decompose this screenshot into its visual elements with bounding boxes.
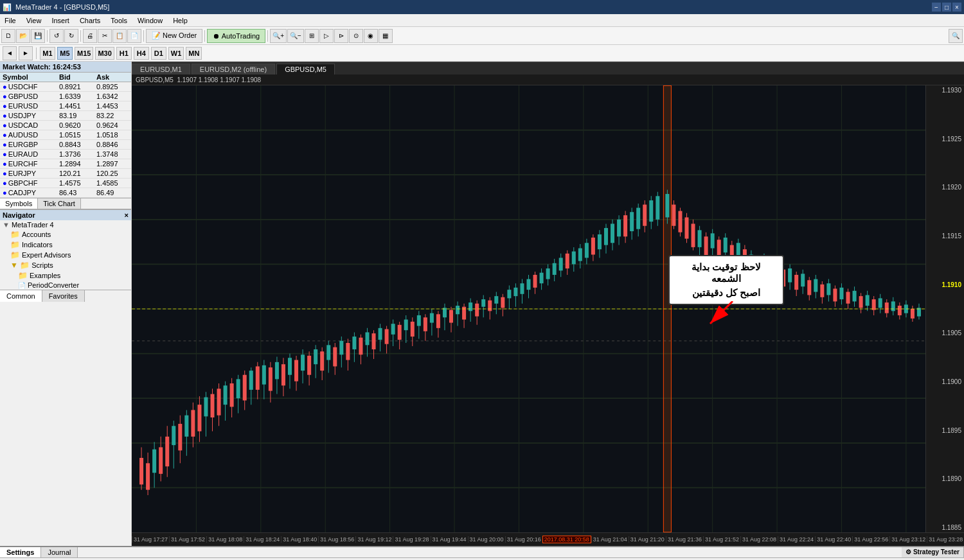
market-watch-row[interactable]: ●CADJPY 86.43 86.49 [0, 188, 131, 198]
chart-tab-eurusdm2[interactable]: EURUSD,M2 (offline) [192, 64, 275, 74]
market-watch-row[interactable]: ●USDCAD 0.9620 0.9624 [0, 121, 131, 130]
chart-area[interactable]: GBPUSD,M5 1.1907 1.1908 1.1907 1.1908 [132, 74, 964, 546]
tb-undo-btn[interactable]: ↺ [49, 29, 64, 43]
svg-rect-224 [788, 268, 792, 283]
nav-metatrader4[interactable]: ▼ MetaTrader 4 [0, 220, 131, 229]
market-watch-row[interactable]: ●GBPCHF 1.4575 1.4585 [0, 179, 131, 188]
price-1890: 1.1890 [926, 475, 964, 482]
tb-search-btn[interactable]: 🔍 [949, 29, 963, 43]
svg-rect-137 [507, 290, 511, 298]
nav-indicators[interactable]: 📁 Indicators [0, 240, 131, 250]
market-watch-row[interactable]: ●EURUSD 1.4451 1.4453 [0, 101, 131, 111]
annotation-box: لاحظ توقيت بداية الشمعه اصبح كل دقيقتين [668, 255, 784, 305]
market-watch-row[interactable]: ●USDJPY 83.19 83.22 [0, 111, 131, 121]
nav-scripts[interactable]: ▼ 📁 Scripts [0, 260, 131, 270]
time-2256: 31 Aug 22:56 [852, 536, 889, 543]
tb-save-btn[interactable]: 💾 [31, 29, 45, 43]
period-m1[interactable]: M1 [40, 47, 55, 60]
chart-tab-eurusdm1[interactable]: EURUSD,M1 [132, 64, 190, 74]
navigator-close[interactable]: × [125, 211, 129, 219]
tb-candle-btn[interactable]: ⊳ [334, 29, 348, 43]
mw-symbol: ●AUDUSD [0, 130, 57, 140]
tb-zoomin-btn[interactable]: 🔍+ [270, 29, 287, 43]
price-1885: 1.1885 [926, 524, 964, 531]
tb-new-btn[interactable]: 🗋 [1, 29, 15, 43]
mw-dot: ● [3, 92, 7, 100]
nav-tab-common[interactable]: Common [0, 290, 42, 302]
chart-tab-gbpusdm5[interactable]: GBPUSD,M5 [276, 64, 335, 74]
close-btn[interactable]: × [952, 3, 961, 12]
st-tab-settings[interactable]: Settings [0, 547, 41, 557]
maximize-btn[interactable]: □ [942, 3, 951, 12]
tb-chart-btn[interactable]: ⊞ [305, 29, 319, 43]
market-watch-row[interactable]: ●EURCHF 1.2894 1.2897 [0, 159, 131, 169]
menu-help[interactable]: Help [171, 17, 190, 24]
tb-paste-btn[interactable]: 📄 [127, 29, 141, 43]
tb-bar-btn[interactable]: ▷ [319, 29, 334, 43]
title-bar-controls[interactable]: − □ × [932, 3, 961, 12]
mw-dot: ● [3, 170, 7, 177]
tb-line-btn[interactable]: ⊙ [349, 29, 363, 43]
nav-periodconverter[interactable]: 📄 PeriodConverter [0, 281, 131, 290]
tb-open-btn[interactable]: 📂 [16, 29, 30, 43]
mw-tab-symbols[interactable]: Symbols [0, 198, 38, 209]
nav-examples[interactable]: 📁 Examples [0, 270, 131, 281]
market-watch-row[interactable]: ●EURAUD 1.3736 1.3748 [0, 150, 131, 159]
menu-tools[interactable]: Tools [109, 17, 129, 24]
market-watch-row[interactable]: ●USDCHF 0.8921 0.8925 [0, 82, 131, 92]
tb-redo-btn[interactable]: ↻ [64, 29, 78, 43]
market-watch-row[interactable]: ●GBPUSD 1.6339 1.6342 [0, 92, 131, 101]
svg-rect-192 [684, 217, 688, 238]
tb-copy-btn[interactable]: 📋 [112, 29, 127, 43]
period-mn[interactable]: MN [186, 47, 202, 60]
menu-window[interactable]: Window [136, 17, 165, 24]
mw-symbol: ●CADJPY [0, 188, 57, 198]
time-1727: 31 Aug 17:27 [132, 536, 169, 543]
mw-tab-tickchart[interactable]: Tick Chart [38, 198, 81, 209]
menu-charts[interactable]: Charts [78, 17, 102, 24]
period-h4[interactable]: H4 [134, 47, 149, 60]
menu-view[interactable]: View [24, 17, 44, 24]
tb-grid-btn[interactable]: ▦ [379, 29, 393, 43]
nav-expert-advisors[interactable]: 📁 Expert Advisors [0, 250, 131, 260]
period-w1[interactable]: W1 [168, 47, 184, 60]
market-watch-row[interactable]: ●EURGBP 0.8843 0.8846 [0, 140, 131, 150]
strategy-tester-tabs: Settings Journal ⚙ Strategy Tester [0, 547, 964, 558]
navigator-tabs: Common Favorites [0, 290, 131, 302]
time-scale: 31 Aug 17:27 31 Aug 17:52 31 Aug 18:08 3… [132, 532, 964, 545]
svg-rect-177 [636, 208, 640, 229]
menu-file[interactable]: File [3, 17, 18, 24]
svg-rect-242 [846, 292, 850, 303]
svg-rect-157 [572, 252, 576, 265]
tb-zoomout-btn[interactable]: 🔍− [287, 29, 304, 43]
st-tab-journal[interactable]: Journal [41, 547, 78, 557]
svg-rect-167 [604, 228, 608, 245]
svg-rect-155 [566, 254, 569, 268]
menu-insert[interactable]: Insert [49, 17, 71, 24]
mw-ask: 1.6342 [94, 92, 131, 101]
svg-rect-109 [417, 315, 421, 326]
market-watch-row[interactable]: ●EURJPY 120.21 120.25 [0, 169, 131, 179]
market-watch-row[interactable]: ●AUDUSD 1.0515 1.0518 [0, 130, 131, 140]
nav-tab-favorites[interactable]: Favorites [42, 290, 85, 302]
new-order-btn[interactable]: 📝 New Order [146, 29, 202, 43]
tb-cut-btn[interactable]: ✂ [98, 29, 112, 43]
period-m30[interactable]: M30 [95, 47, 114, 60]
nav-accounts[interactable]: 📁 Accounts [0, 229, 131, 240]
svg-rect-173 [623, 215, 627, 236]
tb-props-btn[interactable]: ◉ [364, 29, 378, 43]
svg-rect-43 [204, 398, 208, 417]
period-h1[interactable]: H1 [116, 47, 132, 60]
mw-bid: 1.3736 [57, 150, 94, 159]
autotrading-btn[interactable]: ⏺ AutoTrading [207, 29, 265, 43]
period-d1[interactable]: D1 [151, 47, 166, 60]
tb-fwd-btn[interactable]: ► [19, 46, 33, 60]
time-1752: 31 Aug 17:52 [169, 536, 206, 543]
period-m15[interactable]: M15 [75, 47, 93, 60]
minimize-btn[interactable]: − [932, 3, 941, 12]
tb-print-btn[interactable]: 🖨 [83, 29, 97, 43]
period-m5[interactable]: M5 [57, 47, 73, 60]
svg-rect-93 [365, 332, 369, 345]
tb-back-btn[interactable]: ◄ [3, 46, 17, 60]
price-1905: 1.1905 [926, 329, 964, 337]
